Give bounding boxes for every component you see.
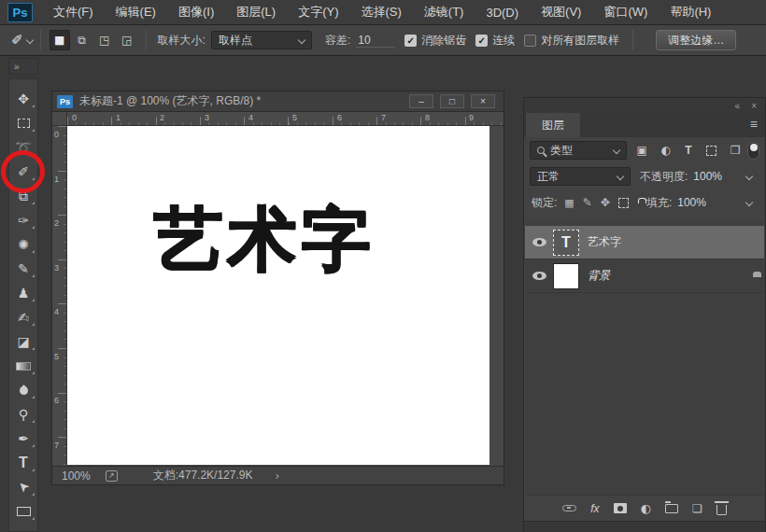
menu-image[interactable]: 图像(I) bbox=[167, 0, 225, 24]
menu-file[interactable]: 文件(F) bbox=[42, 0, 105, 24]
status-chevron-icon[interactable]: › bbox=[275, 469, 279, 483]
horizontal-ruler: 0 1 2 3 4 5 6 7 8 9 bbox=[67, 112, 504, 126]
layer-row-background[interactable]: 背景 bbox=[525, 259, 764, 293]
type-tool[interactable]: T bbox=[9, 451, 37, 475]
anti-alias-label: 消除锯齿 bbox=[421, 33, 466, 49]
anti-alias-checkbox[interactable]: ✓ bbox=[404, 35, 417, 47]
collapse-panel-icon[interactable]: « bbox=[735, 101, 741, 111]
menu-filter[interactable]: 滤镜(T) bbox=[413, 0, 475, 24]
lock-transparency-icon[interactable]: ▦ bbox=[564, 197, 574, 209]
opacity-value[interactable]: 100% bbox=[693, 170, 722, 183]
sample-all-layers-checkbox[interactable] bbox=[524, 35, 536, 47]
blend-mode-select[interactable]: 正常 bbox=[530, 167, 631, 186]
minimize-button[interactable]: – bbox=[409, 94, 433, 108]
smart-object-filter-icon[interactable]: ❐ bbox=[731, 144, 741, 157]
magic-wand-tool[interactable]: ✐ bbox=[9, 160, 37, 184]
menu-layer[interactable]: 图层(L) bbox=[225, 0, 287, 24]
ruler-tick: 0 bbox=[54, 130, 59, 139]
hand-tool[interactable] bbox=[9, 524, 37, 532]
adjustment-layer-filter-icon[interactable]: ◐ bbox=[661, 144, 671, 157]
lock-pixels-brush-icon[interactable]: ✎ bbox=[583, 196, 592, 209]
link-layers-icon[interactable] bbox=[562, 505, 576, 511]
ruler-tick: 5 bbox=[54, 352, 59, 361]
chevron-down-icon[interactable] bbox=[745, 199, 753, 206]
maximize-button[interactable]: □ bbox=[440, 94, 464, 108]
spot-healing-brush-tool[interactable]: ✺ bbox=[9, 232, 37, 257]
clone-stamp-tool[interactable]: ♟ bbox=[9, 281, 37, 305]
visibility-toggle[interactable] bbox=[525, 272, 553, 280]
gradient-tool[interactable] bbox=[9, 354, 37, 378]
document-ps-icon: Ps bbox=[57, 95, 73, 108]
zoom-level-field[interactable]: 100% bbox=[62, 469, 91, 483]
menu-3d[interactable]: 3D(D) bbox=[475, 0, 530, 24]
close-button[interactable]: × bbox=[471, 94, 495, 108]
ruler-tick: 3 bbox=[205, 113, 209, 122]
lasso-tool[interactable]: ➰ bbox=[9, 135, 37, 160]
sample-size-select[interactable]: 取样点 bbox=[211, 31, 312, 49]
pen-tool[interactable]: ✒ bbox=[9, 427, 37, 451]
refine-edge-button[interactable]: 调整边缘… bbox=[656, 30, 736, 50]
rectangle-tool[interactable] bbox=[9, 499, 37, 524]
new-adjustment-layer-icon[interactable]: ◐ bbox=[641, 501, 651, 515]
eraser-tool[interactable]: ◪ bbox=[9, 329, 37, 354]
marquee-icon bbox=[18, 119, 30, 128]
delete-layer-icon[interactable] bbox=[716, 505, 727, 515]
type-layer-filter-icon[interactable]: T bbox=[685, 144, 691, 157]
background-layer-thumbnail[interactable] bbox=[553, 263, 579, 289]
add-to-selection-button[interactable]: ⧉ bbox=[72, 30, 92, 50]
fill-label: 填充: bbox=[646, 195, 672, 211]
fill-value[interactable]: 100% bbox=[677, 196, 706, 209]
menu-bar: Ps 文件(F) 编辑(E) 图像(I) 图层(L) 文字(Y) 选择(S) 滤… bbox=[0, 0, 766, 25]
add-layer-mask-icon[interactable] bbox=[614, 503, 627, 513]
opacity-label: 不透明度: bbox=[640, 169, 688, 185]
intersect-selection-button[interactable]: ◲ bbox=[117, 30, 137, 50]
lock-label: 锁定: bbox=[532, 195, 557, 211]
crop-tool[interactable]: ⧉ bbox=[9, 184, 37, 208]
menu-type[interactable]: 文字(Y) bbox=[287, 0, 349, 24]
new-group-icon[interactable] bbox=[665, 504, 678, 513]
active-tool-preview[interactable]: ✐ bbox=[11, 32, 33, 49]
menu-help[interactable]: 帮助(H) bbox=[659, 0, 722, 24]
tool-options-bar: ✐ ■ ⧉ ◳ ◲ 取样大小: 取样点 容差: ✓ 消除锯齿 ✓ 连续 对所有图… bbox=[0, 25, 766, 56]
layer-row-art-text[interactable]: T 艺术字 bbox=[525, 226, 764, 259]
brush-tool[interactable]: ✎ bbox=[9, 257, 37, 281]
menu-select[interactable]: 选择(S) bbox=[349, 0, 412, 24]
shape-layer-filter-icon[interactable] bbox=[706, 146, 716, 156]
pixel-layer-filter-icon[interactable]: ▣ bbox=[636, 144, 646, 157]
lock-artboard-icon[interactable] bbox=[618, 198, 629, 208]
panel-menu-icon[interactable]: ≡ bbox=[750, 117, 758, 132]
menu-view[interactable]: 视图(V) bbox=[530, 0, 592, 24]
menu-window[interactable]: 窗口(W) bbox=[592, 0, 659, 24]
path-selection-tool[interactable]: ➤ bbox=[9, 475, 37, 499]
dodge-tool[interactable]: ⚲ bbox=[9, 402, 37, 427]
visibility-toggle[interactable] bbox=[525, 238, 553, 246]
text-layer-thumbnail[interactable]: T bbox=[553, 230, 579, 256]
eyedropper-tool[interactable]: ✑ bbox=[9, 208, 37, 232]
menu-edit[interactable]: 编辑(E) bbox=[105, 0, 167, 24]
move-tool[interactable]: ✥ bbox=[9, 87, 37, 111]
tab-layers[interactable]: 图层 bbox=[526, 113, 580, 137]
contiguous-checkbox[interactable]: ✓ bbox=[475, 35, 488, 47]
subtract-from-selection-button[interactable]: ◳ bbox=[94, 30, 115, 50]
share-icon[interactable]: ↗ bbox=[106, 470, 118, 482]
filter-type-select[interactable]: 类型 bbox=[530, 141, 627, 160]
ruler-tick: 6 bbox=[337, 113, 342, 122]
toolbar-collapse-header[interactable]: » bbox=[8, 58, 38, 75]
window-controls: – □ × bbox=[409, 94, 495, 108]
history-brush-tool[interactable]: ✍ bbox=[9, 305, 37, 329]
layer-name[interactable]: 背景 bbox=[588, 268, 610, 284]
blur-tool[interactable] bbox=[9, 378, 37, 402]
panel-tab-bar: 图层 ≡ bbox=[524, 113, 765, 137]
canvas[interactable]: 艺术字 bbox=[67, 126, 489, 465]
tolerance-input[interactable] bbox=[356, 34, 395, 48]
rectangular-marquee-tool[interactable] bbox=[9, 111, 37, 135]
filtering-toggle-switch[interactable] bbox=[747, 142, 759, 160]
layer-style-fx-icon[interactable]: fx bbox=[590, 502, 599, 515]
chevron-down-icon[interactable] bbox=[745, 173, 753, 180]
document-title-bar[interactable]: Ps 未标题-1 @ 100% (艺术字, RGB/8) * – □ × bbox=[52, 91, 504, 112]
close-panel-icon[interactable]: × bbox=[751, 101, 757, 111]
layer-name[interactable]: 艺术字 bbox=[588, 234, 621, 250]
new-selection-button[interactable]: ■ bbox=[50, 30, 70, 50]
new-layer-icon[interactable]: ❏ bbox=[692, 502, 702, 515]
lock-position-icon[interactable]: ✥ bbox=[601, 196, 610, 209]
